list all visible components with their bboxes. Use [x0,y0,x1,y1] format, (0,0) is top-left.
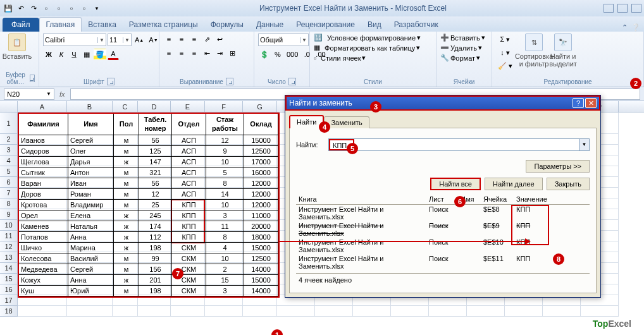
row-header[interactable]: 14 [0,263,18,274]
number-format-combo[interactable]: Общий▼ [258,34,309,46]
table-cell[interactable]: АСП [172,168,206,178]
row-header[interactable]: 5 [0,166,18,177]
comma-icon[interactable]: 000 [285,49,300,60]
align-center-icon[interactable]: ≡ [176,47,187,59]
table-cell[interactable]: КПП [172,232,206,243]
qat-icon[interactable]: ▫ [40,3,52,14]
minimize-icon[interactable] [604,4,614,13]
percent-icon[interactable]: % [272,49,283,60]
fill-icon[interactable]: ↓ ▾ [496,47,514,58]
align-middle-icon[interactable]: ≡ [176,34,187,45]
table-cell[interactable]: Владимир [68,200,114,210]
table-cell[interactable]: Анна [68,232,114,243]
table-cell[interactable]: м [114,189,139,200]
cell[interactable] [581,306,619,317]
table-cell[interactable]: 10 [206,253,244,264]
undo-icon[interactable]: ↶ [15,3,27,14]
table-cell[interactable]: 11000 [244,210,278,221]
font-color-icon[interactable]: A [108,49,119,60]
table-cell[interactable]: Василий [68,253,114,264]
cell[interactable] [67,306,113,317]
cell[interactable] [243,306,277,317]
table-cell[interactable]: ж [114,157,139,168]
currency-icon[interactable]: 💲 [258,49,271,60]
row-header[interactable]: 3 [0,145,18,155]
table-cell[interactable]: КПП [172,210,206,221]
dialog-launcher-icon[interactable] [226,78,233,85]
table-cell[interactable]: 2 [206,264,244,275]
qat-icon[interactable]: ▫ [66,3,77,14]
table-cell[interactable]: ж [114,232,139,243]
table-cell[interactable]: СКМ [172,253,206,264]
table-cell[interactable]: СКМ [172,286,206,296]
tab-home[interactable]: Главная [39,17,82,32]
bold-icon[interactable]: Ж [43,49,54,60]
table-cell[interactable]: Иван [68,178,114,189]
table-cell[interactable]: м [114,200,139,210]
cell[interactable] [205,306,243,317]
table-cell[interactable]: 14 [206,189,244,200]
qat-dropdown-icon[interactable]: ▼ [91,3,102,14]
name-box[interactable]: N20▼ [4,88,54,100]
table-cell[interactable]: СКМ [172,264,206,275]
row-header[interactable]: 7 [0,188,18,198]
table-cell[interactable]: Сергей [68,264,114,275]
dialog-launcher-icon[interactable] [107,78,115,85]
table-cell[interactable]: АСП [172,157,206,168]
help-icon[interactable]: ❔ [631,23,640,32]
table-cell[interactable]: 12000 [244,200,278,210]
table-cell[interactable]: АСП [172,135,206,146]
tab-replace[interactable]: Заменить [324,116,369,128]
table-cell[interactable]: Варан [19,178,68,189]
format-table-button[interactable]: ▦ Форматировать как таблицу ▾ [314,44,420,52]
cell[interactable] [467,306,505,317]
table-cell[interactable]: 201 [139,275,172,286]
table-cell[interactable]: м [114,146,139,157]
find-select-button[interactable]: 🔭Найти и выделит [550,34,576,68]
cell[interactable] [171,306,205,317]
row-header[interactable]: 10 [0,220,18,231]
delete-cells-button[interactable]: ➖ Удалить ▾ [440,44,482,52]
clear-icon[interactable]: 🧹 ▾ [496,60,514,71]
minimize-ribbon-icon[interactable]: ⌃ [622,23,628,32]
fx-icon[interactable]: fx [59,90,65,98]
table-cell[interactable]: 147 [139,157,172,168]
table-cell[interactable]: 8 [206,232,244,243]
table-cell[interactable]: 17000 [244,157,278,168]
table-cell[interactable]: КПП [172,200,206,210]
cond-format-button[interactable]: 🔢 Условное форматирование ▾ [314,34,421,42]
align-right-icon[interactable]: ≡ [189,47,200,59]
tab-insert[interactable]: Вставка [82,18,123,32]
table-cell[interactable]: 12500 [244,146,278,157]
redo-icon[interactable]: ↷ [28,3,39,14]
table-cell[interactable]: КПП [172,221,206,232]
table-cell[interactable]: АСП [172,189,206,200]
row-header[interactable]: 2 [0,134,18,145]
dialog-launcher-icon[interactable] [30,75,35,82]
underline-icon[interactable]: Ч [68,49,80,60]
close-button[interactable]: Закрыть [547,178,590,190]
table-cell[interactable]: Дарья [68,157,114,168]
format-cells-button[interactable]: 🔧 Формат ▾ [440,54,480,62]
grow-font-icon[interactable]: A▲ [133,34,146,46]
result-row[interactable]: Инструмент Excel Найти и Заменить.xlsxПо… [296,254,590,271]
row-header[interactable]: 8 [0,198,18,209]
table-cell[interactable]: Шичко [19,243,68,253]
table-cell[interactable]: 16000 [244,168,278,178]
row-header[interactable]: 11 [0,231,18,241]
table-cell[interactable]: 125 [139,146,172,157]
table-cell[interactable]: Орел [19,210,68,221]
table-cell[interactable]: 10 [206,157,244,168]
table-cell[interactable]: Кротова [19,200,68,210]
table-cell[interactable]: 20000 [244,221,278,232]
table-cell[interactable]: 15000 [244,135,278,146]
table-cell[interactable]: 5 [206,168,244,178]
table-cell[interactable]: 198 [139,286,172,296]
row-header[interactable]: 4 [0,155,18,166]
column-header[interactable]: D [138,101,171,112]
table-cell[interactable]: Анна [68,275,114,286]
table-cell[interactable]: 10 [206,200,244,210]
wrap-text-icon[interactable]: ↩ [214,34,225,45]
table-cell[interactable]: 99 [139,253,172,264]
qat-icon[interactable]: ▫ [78,3,90,14]
